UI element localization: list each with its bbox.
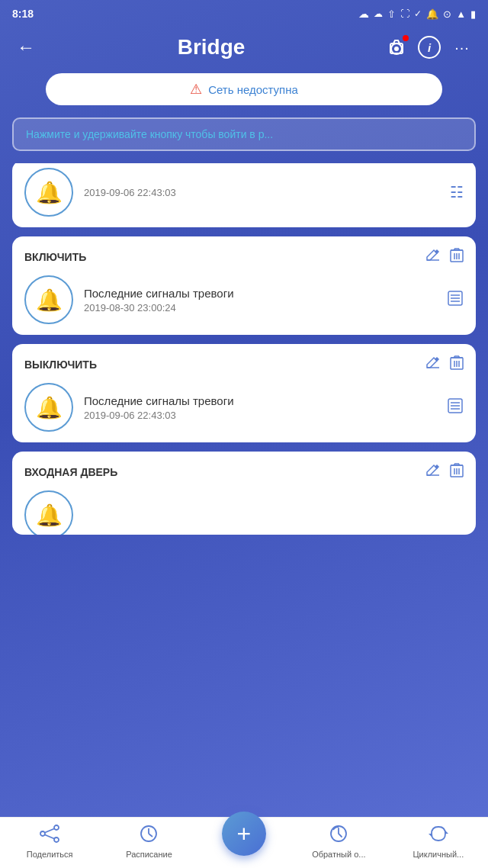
svg-line-41 [45,829,54,833]
card-off-body: 🔔 Последние сигналы тревоги 2019-09-06 2… [24,383,464,432]
card-on-info-date: 2019-08-30 23:00:24 [84,302,436,313]
card-on-info: Последние сигналы тревоги 2019-08-30 23:… [84,287,436,313]
card-info: 2019-09-06 22:43:03 [84,187,439,198]
bell-icon: 🔔 [36,180,63,205]
signal-icon: ▲ [456,8,466,20]
delete-icon-off[interactable] [450,355,464,374]
nav-share-label: Поделиться [27,850,73,859]
info-button[interactable]: i [418,36,441,59]
schedule-icon [139,824,159,848]
card-off-title: ВЫКЛЮЧИТЬ [24,358,97,371]
card-off-header: ВЫКЛЮЧИТЬ [24,355,464,374]
image-icon: ⛶ [400,8,409,19]
edit-icon-off[interactable] [425,355,441,373]
card-door-title: входная дверь [24,466,117,478]
share-icon [40,824,59,848]
nav-cycle[interactable]: Цикличный... [412,824,465,859]
nav-reverse-label: Обратный о... [312,850,365,859]
edit-icon-door[interactable] [425,463,441,481]
cloud1-icon: ☁ [358,8,369,20]
cloud2-icon: ☁ [374,8,383,19]
notification-dot [403,35,409,41]
more-button[interactable]: ··· [448,34,476,61]
nav-cycle-label: Цикличный... [413,850,464,859]
bell-icon-door: 🔔 [36,503,63,528]
list-icon-off[interactable] [447,397,464,418]
status-icons: ☁ ☁ ⇧ ⛶ ✓ 🔔 ⊙ ▲ ▮ [358,8,476,20]
upload-icon: ⇧ [387,8,396,20]
svg-line-42 [45,835,54,839]
card-off: ВЫКЛЮЧИТЬ [12,344,476,442]
cards-area: 🔔 2019-09-06 22:43:03 ☷ ВКЛЮЧИТЬ [0,163,488,596]
bell-icon-off: 🔔 [36,395,63,420]
list-icon-1[interactable]: ☷ [450,183,464,201]
delete-icon-door[interactable] [450,462,464,481]
card-door-header: входная дверь [24,462,464,481]
alert-icon: ⚠ [190,81,202,98]
nav-schedule[interactable]: Расписание [122,824,175,859]
edit-icon-on[interactable] [425,248,441,265]
alert-text: Сеть недоступна [208,83,298,96]
bell-circle: 🔔 [24,168,73,217]
header-right: i ··· [383,34,476,61]
card-off-info: Последние сигналы тревоги 2019-09-06 22:… [84,394,436,421]
camera-icon [387,39,406,56]
card-on: ВКЛЮЧИТЬ [12,236,476,335]
card-on-header: ВКЛЮЧИТЬ [24,247,464,266]
card-partial-top: 🔔 2019-09-06 22:43:03 ☷ [12,163,476,227]
card-on-info-title: Последние сигналы тревоги [84,287,436,300]
svg-point-40 [54,837,59,842]
bell-mute-icon: 🔔 [426,8,438,20]
bell-circle-on: 🔔 [24,275,73,324]
svg-marker-48 [429,834,432,837]
header-left: ← [12,34,40,61]
back-button[interactable]: ← [12,34,40,61]
delete-icon-on[interactable] [450,247,464,266]
card-door: входная дверь [12,452,476,535]
reverse-icon [329,824,348,848]
bottom-nav: Поделиться Расписание + Обратный о... [0,817,488,868]
card-door-actions [425,462,464,481]
wifi-icon: ⊙ [443,8,451,20]
card-door-body-partial: 🔔 [24,490,464,524]
status-time: 8:18 [12,8,34,20]
list-icon-on[interactable] [447,290,464,310]
check-icon: ✓ [414,8,422,19]
status-bar: 8:18 ☁ ☁ ⇧ ⛶ ✓ 🔔 ⊙ ▲ ▮ [0,0,488,27]
nav-schedule-label: Расписание [126,850,172,859]
bell-icon-on: 🔔 [36,288,63,313]
nav-share[interactable]: Поделиться [23,824,76,859]
nav-add-button[interactable]: + [222,812,266,856]
card-off-info-date: 2019-09-06 22:43:03 [84,410,436,421]
card-on-title: ВКЛЮЧИТЬ [24,251,86,263]
page-title: Bridge [40,35,383,59]
svg-point-38 [40,831,45,836]
card-date-1: 2019-09-06 22:43:03 [84,187,439,198]
nav-reverse[interactable]: Обратный о... [312,824,365,859]
svg-marker-47 [445,831,448,834]
svg-point-1 [394,47,399,51]
camera-button[interactable] [383,34,410,61]
card-body: 🔔 2019-09-06 22:43:03 ☷ [24,168,464,217]
battery-icon: ▮ [470,8,476,20]
svg-point-39 [54,825,59,830]
card-off-actions [425,355,464,374]
cycle-icon [429,824,448,848]
bell-circle-door: 🔔 [24,490,73,535]
bell-circle-off: 🔔 [24,383,73,432]
card-off-info-title: Последние сигналы тревоги [84,394,436,407]
header: ← Bridge i ··· [0,27,488,73]
add-icon: + [236,821,251,846]
card-on-body: 🔔 Последние сигналы тревоги 2019-08-30 2… [24,275,464,324]
svg-line-45 [149,834,152,837]
alert-banner: ⚠ Сеть недоступна [46,73,442,105]
card-on-actions [425,247,464,266]
mode-button[interactable]: Нажмите и удерживайте кнопку чтобы войти… [12,117,476,151]
